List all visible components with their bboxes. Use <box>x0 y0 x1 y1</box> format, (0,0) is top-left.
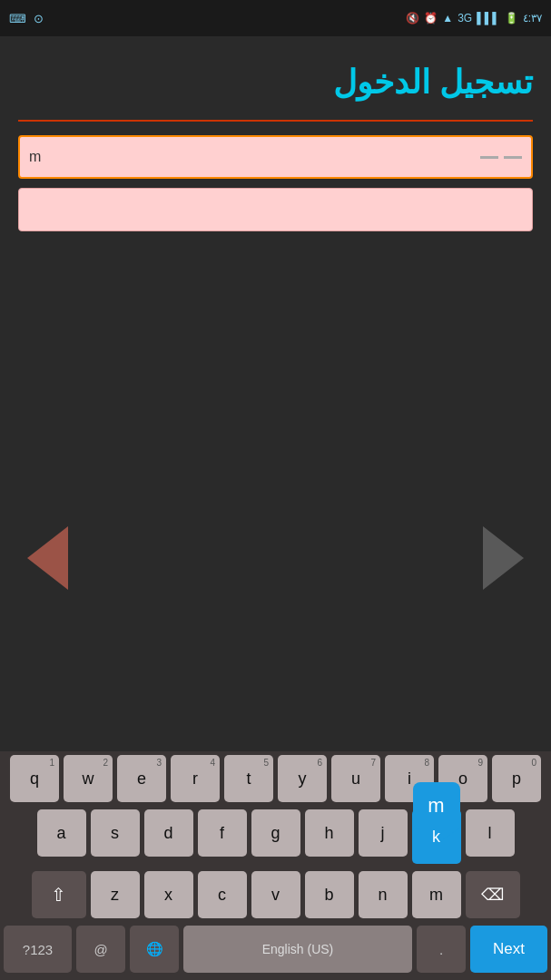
status-right-info: 🔇 ⏰ ▲ 3G ▌▌▌ 🔋 ٤:٣٧ <box>406 12 542 24</box>
arrow-right-icon[interactable] <box>483 526 524 590</box>
network-label: 3G <box>458 12 472 24</box>
key-d[interactable]: d <box>144 809 193 857</box>
key-l[interactable]: l <box>466 809 515 857</box>
globe-icon: 🌐 <box>146 941 163 957</box>
key-f[interactable]: f <box>198 809 247 857</box>
mute-icon: 🔇 <box>406 12 419 24</box>
title-divider <box>18 120 533 122</box>
space-key[interactable]: English (US) <box>183 926 412 973</box>
key-h[interactable]: h <box>305 809 354 857</box>
focus-icon: ⊙ <box>34 12 44 25</box>
battery-icon: 🔋 <box>505 12 518 24</box>
icon-line-1 <box>480 156 498 159</box>
dot-key[interactable]: . <box>417 926 466 973</box>
keyboard-row-3: ⇧ z x c v b n m ⌫ <box>0 867 551 922</box>
keyboard-bottom-row: ?123 @ 🌐 English (US) . Next <box>0 922 551 980</box>
backspace-key[interactable]: ⌫ <box>466 871 520 918</box>
signal-icon: ▌▌▌ <box>477 12 500 24</box>
key-z[interactable]: z <box>91 871 140 918</box>
key-q[interactable]: 1q <box>10 755 59 802</box>
key-w[interactable]: 2w <box>64 755 113 802</box>
username-input[interactable]: m <box>18 135 533 179</box>
globe-key[interactable]: 🌐 <box>130 926 179 973</box>
key-u[interactable]: 7u <box>331 755 380 802</box>
key-j[interactable]: j <box>359 809 408 857</box>
nav-arrows <box>0 526 551 590</box>
key-n[interactable]: n <box>359 871 408 918</box>
key-s[interactable]: s <box>91 809 140 857</box>
wifi-icon: ▲ <box>442 12 453 24</box>
keyboard-row-2: a s d f g h j m k l <box>0 806 551 867</box>
next-key[interactable]: Next <box>470 926 547 973</box>
key-b[interactable]: b <box>305 871 354 918</box>
key-m[interactable]: m <box>412 871 461 918</box>
key-g[interactable]: g <box>251 809 300 857</box>
page-title: تسجيل الدخول <box>18 64 533 102</box>
num-sym-key[interactable]: ?123 <box>4 926 72 973</box>
time-display: ٤:٣٧ <box>523 12 542 24</box>
status-left-icons: ⌨ ⊙ <box>9 12 44 25</box>
key-c[interactable]: c <box>198 871 247 918</box>
key-k-highlighted[interactable]: m k <box>412 809 461 864</box>
key-p[interactable]: 0p <box>492 755 541 802</box>
main-content: تسجيل الدخول m <box>0 36 551 231</box>
alarm-icon: ⏰ <box>424 12 438 24</box>
arrow-left-icon[interactable] <box>27 526 68 590</box>
key-r[interactable]: 4r <box>171 755 220 802</box>
key-v[interactable]: v <box>251 871 300 918</box>
key-popup-m: m <box>413 782 460 829</box>
input-icons <box>480 156 522 159</box>
key-y[interactable]: 6y <box>278 755 327 802</box>
key-t[interactable]: 5t <box>224 755 273 802</box>
key-x[interactable]: x <box>144 871 193 918</box>
icon-line-2 <box>504 156 522 159</box>
username-value: m <box>29 149 41 165</box>
key-e[interactable]: 3e <box>117 755 166 802</box>
password-input[interactable] <box>18 188 533 231</box>
keyboard-icon: ⌨ <box>9 12 26 25</box>
key-a[interactable]: a <box>37 809 86 857</box>
keyboard-row-1: 1q 2w 3e 4r 5t 6y 7u 8i 9o 0p <box>0 751 551 806</box>
keyboard: 1q 2w 3e 4r 5t 6y 7u 8i 9o 0p a s d f g … <box>0 751 551 980</box>
status-bar: ⌨ ⊙ 🔇 ⏰ ▲ 3G ▌▌▌ 🔋 ٤:٣٧ <box>0 0 551 36</box>
at-key[interactable]: @ <box>76 926 125 973</box>
shift-key[interactable]: ⇧ <box>32 871 86 918</box>
